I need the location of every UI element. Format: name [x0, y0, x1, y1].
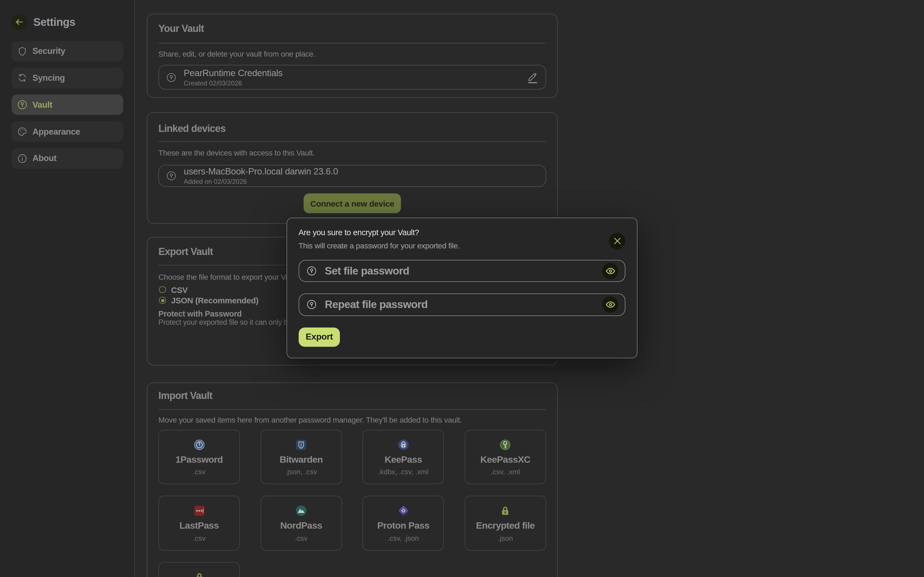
device-item[interactable]: users-MacBook-Pro.local darwin 23.6.0 Ad… [158, 164, 546, 187]
import-tile-name: NordPass [280, 521, 322, 532]
key-icon [11, 100, 32, 110]
import-tile-encrypted-file[interactable]: Encrypted file.json [465, 496, 546, 551]
sidebar-item-label: Vault [32, 100, 52, 110]
export-button[interactable]: Export [298, 327, 340, 347]
import-vault-title: Import Vault [158, 383, 546, 402]
vault-name: PearRuntime Credentials [184, 68, 283, 78]
import-tile-formats: .json [498, 534, 513, 542]
import-tile-formats: .json, .csv [285, 468, 317, 476]
palette-icon [11, 127, 32, 136]
import-tile-name: KeePass [384, 455, 422, 466]
protonpass-icon [397, 505, 409, 517]
bitwarden-icon [296, 439, 307, 451]
eye-icon [605, 266, 615, 276]
sidebar-item-about[interactable]: About [11, 148, 123, 169]
linked-devices-title: Linked devices [158, 113, 546, 135]
import-tile-formats: .kdbx, .csv, .xml [378, 468, 428, 476]
arrow-left-icon [15, 18, 24, 27]
vault-created: Created 02/03/2026 [184, 79, 283, 87]
key-icon [166, 73, 176, 82]
sidebar-nav: SecuritySyncingVaultAppearanceAbout [11, 41, 123, 175]
radio-selected-icon[interactable] [159, 297, 166, 304]
repeat-password-input[interactable]: Repeat file password [298, 293, 625, 316]
import-tile-keepassxc[interactable]: KeePassXC.csv, .xml [465, 430, 546, 484]
sidebar-item-security[interactable]: Security [11, 41, 123, 61]
set-password-placeholder: Set file password [325, 264, 409, 277]
import-tile-formats: .csv, .json [388, 534, 419, 542]
eye-icon [605, 300, 615, 309]
toggle-password-visibility-button[interactable] [602, 263, 619, 279]
lastpass-icon [193, 505, 205, 517]
import-tile-name: 1Password [176, 455, 223, 466]
import-tile-lastpass[interactable]: LastPass.csv [158, 496, 240, 551]
import-tile-proton-pass[interactable]: Proton Pass.csv, .json [362, 496, 444, 551]
close-icon [614, 238, 621, 245]
import-tile-name: Encrypted file [476, 521, 535, 532]
import-tile-bitwarden[interactable]: Bitwarden.json, .csv [260, 430, 342, 484]
import-tile-formats: .csv [295, 534, 307, 542]
your-vault-card: Your Vault Share, edit, or delete your v… [147, 14, 558, 98]
sidebar-item-syncing[interactable]: Syncing [11, 68, 123, 89]
device-name: users-MacBook-Pro.local darwin 23.6.0 [184, 166, 338, 176]
edit-pencil-icon [527, 71, 538, 83]
sync-icon [11, 74, 32, 82]
key-icon [307, 300, 316, 309]
sidebar-item-label: Appearance [32, 127, 80, 137]
import-tile-keepass[interactable]: KeePass.kdbx, .csv, .xml [362, 430, 444, 484]
keepass-icon [397, 439, 409, 451]
sidebar: Settings SecuritySyncingVaultAppearanceA… [0, 0, 134, 577]
import-tile-1password[interactable]: 1Password.csv [158, 430, 240, 484]
sidebar-item-label: About [32, 153, 57, 163]
import-tile-nordpass[interactable]: NordPass.csv [260, 496, 342, 551]
your-vault-description: Share, edit, or delete your vault from o… [158, 50, 546, 58]
import-vault-card: Import Vault Move your saved items here … [147, 382, 558, 577]
sidebar-header: Settings [11, 14, 75, 30]
divider [158, 141, 546, 142]
page-title: Settings [33, 16, 75, 29]
linked-devices-card: Linked devices These are the devices wit… [147, 112, 558, 223]
import-tile-name: Bitwarden [279, 455, 323, 466]
sidebar-item-label: Security [32, 46, 65, 56]
key-icon [307, 266, 316, 276]
divider [158, 43, 546, 44]
radio-unselected-icon[interactable] [159, 286, 166, 293]
sidebar-item-appearance[interactable]: Appearance [11, 121, 123, 142]
toggle-password-visibility-button[interactable] [602, 297, 619, 313]
connect-new-device-button[interactable]: Connect a new device [303, 194, 401, 213]
import-tile-formats: .csv [193, 534, 205, 542]
divider [158, 409, 546, 410]
nordpass-icon [296, 505, 307, 517]
sidebar-item-label: Syncing [32, 73, 65, 83]
your-vault-title: Your Vault [158, 15, 546, 35]
import-tile-name: KeePassXC [480, 455, 530, 466]
vault-item[interactable]: PearRuntime Credentials Created 02/03/20… [158, 65, 546, 90]
lock-icon [500, 505, 511, 517]
key-icon [166, 171, 176, 180]
shield-icon [11, 47, 32, 56]
device-added: Added on 02/03/2026 [184, 177, 338, 185]
encrypt-vault-dialog: Are you sure to encrypt your Vault? This… [286, 218, 638, 358]
import-tile-name: LastPass [179, 521, 219, 532]
set-password-input[interactable]: Set file password [298, 260, 625, 282]
dialog-subtitle: This will create a password for your exp… [298, 241, 625, 250]
import-tile-name: Proton Pass [377, 521, 430, 532]
linked-devices-description: These are the devices with access to thi… [158, 148, 546, 157]
import-tile-formats: .csv, .xml [491, 468, 520, 476]
dialog-title: Are you sure to encrypt your Vault? [298, 228, 625, 237]
settings-window: Settings SecuritySyncingVaultAppearanceA… [0, 0, 924, 577]
sidebar-item-vault[interactable]: Vault [11, 95, 123, 115]
onepassword-icon [193, 439, 205, 451]
import-tile-partial[interactable] [158, 562, 240, 577]
back-button[interactable] [11, 14, 27, 30]
info-icon [11, 154, 32, 163]
import-vault-description: Move your saved items here from another … [158, 416, 546, 424]
keepassxc-icon [500, 439, 511, 451]
lock-icon [193, 571, 205, 577]
repeat-password-placeholder: Repeat file password [325, 298, 428, 311]
edit-vault-button[interactable] [527, 71, 538, 83]
import-tile-formats: .csv [193, 468, 205, 476]
import-sources-grid: 1Password.csvBitwarden.json, .csvKeePass… [158, 430, 546, 577]
